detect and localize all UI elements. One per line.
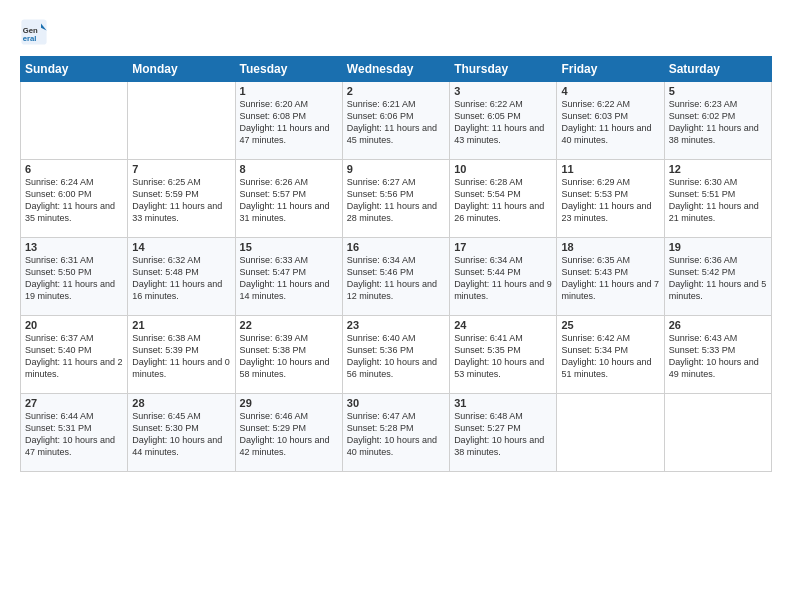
- day-cell: [128, 82, 235, 160]
- cell-info: Sunrise: 6:43 AMSunset: 5:33 PMDaylight:…: [669, 332, 767, 381]
- day-cell: [557, 394, 664, 472]
- day-number: 15: [240, 241, 338, 253]
- col-header-saturday: Saturday: [664, 57, 771, 82]
- day-cell: 19Sunrise: 6:36 AMSunset: 5:42 PMDayligh…: [664, 238, 771, 316]
- day-number: 24: [454, 319, 552, 331]
- day-number: 20: [25, 319, 123, 331]
- cell-info: Sunrise: 6:30 AMSunset: 5:51 PMDaylight:…: [669, 176, 767, 225]
- cell-info: Sunrise: 6:35 AMSunset: 5:43 PMDaylight:…: [561, 254, 659, 303]
- cell-info: Sunrise: 6:28 AMSunset: 5:54 PMDaylight:…: [454, 176, 552, 225]
- cell-info: Sunrise: 6:38 AMSunset: 5:39 PMDaylight:…: [132, 332, 230, 381]
- col-header-monday: Monday: [128, 57, 235, 82]
- cell-info: Sunrise: 6:22 AMSunset: 6:05 PMDaylight:…: [454, 98, 552, 147]
- header: Gen eral: [20, 18, 772, 46]
- svg-text:eral: eral: [23, 34, 37, 43]
- day-cell: 12Sunrise: 6:30 AMSunset: 5:51 PMDayligh…: [664, 160, 771, 238]
- week-row-3: 13Sunrise: 6:31 AMSunset: 5:50 PMDayligh…: [21, 238, 772, 316]
- day-number: 22: [240, 319, 338, 331]
- cell-info: Sunrise: 6:36 AMSunset: 5:42 PMDaylight:…: [669, 254, 767, 303]
- cell-info: Sunrise: 6:45 AMSunset: 5:30 PMDaylight:…: [132, 410, 230, 459]
- cell-info: Sunrise: 6:34 AMSunset: 5:44 PMDaylight:…: [454, 254, 552, 303]
- day-cell: 29Sunrise: 6:46 AMSunset: 5:29 PMDayligh…: [235, 394, 342, 472]
- day-number: 16: [347, 241, 445, 253]
- day-cell: 9Sunrise: 6:27 AMSunset: 5:56 PMDaylight…: [342, 160, 449, 238]
- day-cell: 28Sunrise: 6:45 AMSunset: 5:30 PMDayligh…: [128, 394, 235, 472]
- cell-info: Sunrise: 6:32 AMSunset: 5:48 PMDaylight:…: [132, 254, 230, 303]
- day-number: 3: [454, 85, 552, 97]
- day-number: 1: [240, 85, 338, 97]
- header-row: SundayMondayTuesdayWednesdayThursdayFrid…: [21, 57, 772, 82]
- cell-info: Sunrise: 6:21 AMSunset: 6:06 PMDaylight:…: [347, 98, 445, 147]
- day-cell: 2Sunrise: 6:21 AMSunset: 6:06 PMDaylight…: [342, 82, 449, 160]
- day-cell: 27Sunrise: 6:44 AMSunset: 5:31 PMDayligh…: [21, 394, 128, 472]
- week-row-4: 20Sunrise: 6:37 AMSunset: 5:40 PMDayligh…: [21, 316, 772, 394]
- day-number: 6: [25, 163, 123, 175]
- cell-info: Sunrise: 6:31 AMSunset: 5:50 PMDaylight:…: [25, 254, 123, 303]
- day-cell: 4Sunrise: 6:22 AMSunset: 6:03 PMDaylight…: [557, 82, 664, 160]
- week-row-1: 1Sunrise: 6:20 AMSunset: 6:08 PMDaylight…: [21, 82, 772, 160]
- cell-info: Sunrise: 6:24 AMSunset: 6:00 PMDaylight:…: [25, 176, 123, 225]
- day-cell: 11Sunrise: 6:29 AMSunset: 5:53 PMDayligh…: [557, 160, 664, 238]
- day-number: 11: [561, 163, 659, 175]
- cell-info: Sunrise: 6:40 AMSunset: 5:36 PMDaylight:…: [347, 332, 445, 381]
- day-cell: 1Sunrise: 6:20 AMSunset: 6:08 PMDaylight…: [235, 82, 342, 160]
- day-number: 28: [132, 397, 230, 409]
- day-number: 31: [454, 397, 552, 409]
- day-cell: 21Sunrise: 6:38 AMSunset: 5:39 PMDayligh…: [128, 316, 235, 394]
- col-header-sunday: Sunday: [21, 57, 128, 82]
- cell-info: Sunrise: 6:29 AMSunset: 5:53 PMDaylight:…: [561, 176, 659, 225]
- cell-info: Sunrise: 6:41 AMSunset: 5:35 PMDaylight:…: [454, 332, 552, 381]
- day-number: 9: [347, 163, 445, 175]
- day-number: 4: [561, 85, 659, 97]
- day-number: 12: [669, 163, 767, 175]
- day-number: 25: [561, 319, 659, 331]
- day-number: 23: [347, 319, 445, 331]
- day-cell: 24Sunrise: 6:41 AMSunset: 5:35 PMDayligh…: [450, 316, 557, 394]
- day-cell: 22Sunrise: 6:39 AMSunset: 5:38 PMDayligh…: [235, 316, 342, 394]
- logo-icon: Gen eral: [20, 18, 48, 46]
- day-cell: 18Sunrise: 6:35 AMSunset: 5:43 PMDayligh…: [557, 238, 664, 316]
- day-cell: 17Sunrise: 6:34 AMSunset: 5:44 PMDayligh…: [450, 238, 557, 316]
- day-number: 10: [454, 163, 552, 175]
- day-number: 7: [132, 163, 230, 175]
- day-cell: 8Sunrise: 6:26 AMSunset: 5:57 PMDaylight…: [235, 160, 342, 238]
- day-number: 21: [132, 319, 230, 331]
- cell-info: Sunrise: 6:22 AMSunset: 6:03 PMDaylight:…: [561, 98, 659, 147]
- day-number: 8: [240, 163, 338, 175]
- day-cell: 25Sunrise: 6:42 AMSunset: 5:34 PMDayligh…: [557, 316, 664, 394]
- day-number: 26: [669, 319, 767, 331]
- day-number: 14: [132, 241, 230, 253]
- day-cell: 6Sunrise: 6:24 AMSunset: 6:00 PMDaylight…: [21, 160, 128, 238]
- day-cell: 31Sunrise: 6:48 AMSunset: 5:27 PMDayligh…: [450, 394, 557, 472]
- day-cell: 23Sunrise: 6:40 AMSunset: 5:36 PMDayligh…: [342, 316, 449, 394]
- cell-info: Sunrise: 6:47 AMSunset: 5:28 PMDaylight:…: [347, 410, 445, 459]
- day-number: 13: [25, 241, 123, 253]
- cell-info: Sunrise: 6:42 AMSunset: 5:34 PMDaylight:…: [561, 332, 659, 381]
- page: Gen eral SundayMondayTuesdayWednesdayThu…: [0, 0, 792, 612]
- col-header-friday: Friday: [557, 57, 664, 82]
- day-cell: 15Sunrise: 6:33 AMSunset: 5:47 PMDayligh…: [235, 238, 342, 316]
- calendar-table: SundayMondayTuesdayWednesdayThursdayFrid…: [20, 56, 772, 472]
- day-number: 2: [347, 85, 445, 97]
- day-number: 27: [25, 397, 123, 409]
- logo: Gen eral: [20, 18, 50, 46]
- week-row-2: 6Sunrise: 6:24 AMSunset: 6:00 PMDaylight…: [21, 160, 772, 238]
- cell-info: Sunrise: 6:44 AMSunset: 5:31 PMDaylight:…: [25, 410, 123, 459]
- cell-info: Sunrise: 6:20 AMSunset: 6:08 PMDaylight:…: [240, 98, 338, 147]
- day-cell: 5Sunrise: 6:23 AMSunset: 6:02 PMDaylight…: [664, 82, 771, 160]
- cell-info: Sunrise: 6:27 AMSunset: 5:56 PMDaylight:…: [347, 176, 445, 225]
- cell-info: Sunrise: 6:46 AMSunset: 5:29 PMDaylight:…: [240, 410, 338, 459]
- day-number: 5: [669, 85, 767, 97]
- day-cell: [664, 394, 771, 472]
- week-row-5: 27Sunrise: 6:44 AMSunset: 5:31 PMDayligh…: [21, 394, 772, 472]
- day-cell: 30Sunrise: 6:47 AMSunset: 5:28 PMDayligh…: [342, 394, 449, 472]
- day-cell: 20Sunrise: 6:37 AMSunset: 5:40 PMDayligh…: [21, 316, 128, 394]
- cell-info: Sunrise: 6:39 AMSunset: 5:38 PMDaylight:…: [240, 332, 338, 381]
- cell-info: Sunrise: 6:48 AMSunset: 5:27 PMDaylight:…: [454, 410, 552, 459]
- cell-info: Sunrise: 6:26 AMSunset: 5:57 PMDaylight:…: [240, 176, 338, 225]
- day-cell: 13Sunrise: 6:31 AMSunset: 5:50 PMDayligh…: [21, 238, 128, 316]
- cell-info: Sunrise: 6:34 AMSunset: 5:46 PMDaylight:…: [347, 254, 445, 303]
- day-cell: 10Sunrise: 6:28 AMSunset: 5:54 PMDayligh…: [450, 160, 557, 238]
- day-cell: 16Sunrise: 6:34 AMSunset: 5:46 PMDayligh…: [342, 238, 449, 316]
- day-cell: 26Sunrise: 6:43 AMSunset: 5:33 PMDayligh…: [664, 316, 771, 394]
